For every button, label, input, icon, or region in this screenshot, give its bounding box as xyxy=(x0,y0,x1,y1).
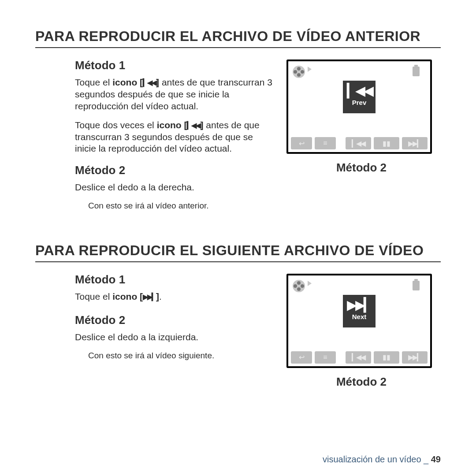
device-screenshot-next: ▶▶▎ Next ↩ ≡ ▎◀◀ ▮▮ ▶▶▎ xyxy=(286,274,432,368)
overlay-label: Prev xyxy=(343,99,376,106)
heading-prev-file: PARA REPRODUCIR EL ARCHIVO DE VÍDEO ANTE… xyxy=(35,28,441,48)
play-indicator-icon xyxy=(308,281,312,286)
overlay-label: Next xyxy=(343,313,376,320)
play-indicator-icon xyxy=(308,67,312,72)
menu-button[interactable]: ≡ xyxy=(315,351,336,364)
heading-next-file: PARA REPRODUCIR EL SIGUIENTE ARCHIVO DE … xyxy=(35,242,441,262)
text: ] xyxy=(156,77,159,87)
playback-toolbar: ↩ ≡ ▎◀◀ ▮▮ ▶▶▎ xyxy=(288,134,430,152)
film-reel-icon xyxy=(293,280,305,292)
skip-next-button[interactable]: ▶▶▎ xyxy=(402,137,428,149)
overlay-prev: ▎◀◀ Prev xyxy=(343,81,376,113)
text: . xyxy=(159,291,162,301)
subheading-method-2: Método 2 xyxy=(75,164,274,177)
page-number: 49 xyxy=(431,454,441,464)
pause-button[interactable]: ▮▮ xyxy=(374,137,399,149)
film-reel-icon xyxy=(293,66,305,78)
paragraph: Deslice el dedo a la izquierda. xyxy=(75,331,274,343)
skip-prev-button[interactable]: ▎◀◀ xyxy=(346,137,371,149)
text: ] xyxy=(156,291,159,301)
footer-text: visualización de un vídeo _ xyxy=(323,454,431,464)
subheading-method-1: Método 1 xyxy=(75,273,274,286)
skip-prev-icon: ▎◀◀ xyxy=(343,84,376,97)
paragraph: Toque dos veces el icono [▎◀◀] antes de … xyxy=(75,119,274,155)
skip-next-button[interactable]: ▶▶▎ xyxy=(402,351,428,364)
paragraph: Toque el icono [▎◀◀] antes de que transc… xyxy=(75,77,274,112)
skip-prev-icon: ▎◀◀ xyxy=(187,121,200,129)
skip-next-icon: ▶▶▎ xyxy=(343,298,376,312)
text: Toque el xyxy=(75,77,112,87)
subheading-method-1: Método 1 xyxy=(75,59,274,72)
back-button[interactable]: ↩ xyxy=(291,351,312,364)
skip-next-icon: ▶▶▎ xyxy=(143,293,156,301)
skip-prev-icon: ▎◀◀ xyxy=(143,78,156,86)
paragraph: Toque el icono [▶▶▎]. xyxy=(75,291,274,303)
pause-button[interactable]: ▮▮ xyxy=(374,351,399,364)
paragraph: Deslice el dedo a la derecha. xyxy=(75,182,274,193)
text: Toque dos veces el xyxy=(75,120,157,130)
battery-icon xyxy=(413,281,420,290)
skip-prev-button[interactable]: ▎◀◀ xyxy=(346,351,371,364)
device-screenshot-prev: ▎◀◀ Prev ↩ ≡ ▎◀◀ ▮▮ ▶▶▎ xyxy=(286,60,432,154)
paragraph-note: Con esto se irá al vídeo anterior. xyxy=(88,201,274,212)
subheading-method-2: Método 2 xyxy=(75,313,274,327)
text: icono [ xyxy=(112,291,143,301)
text: icono [ xyxy=(157,120,187,130)
overlay-next: ▶▶▎ Next xyxy=(343,295,376,327)
text: Toque el xyxy=(75,291,112,301)
text: icono [ xyxy=(112,77,143,87)
paragraph-note: Con esto se irá al vídeo siguiente. xyxy=(88,350,274,361)
menu-button[interactable]: ≡ xyxy=(315,137,336,149)
page-footer: visualización de un vídeo _ 49 xyxy=(0,454,441,465)
figure-caption: Método 2 xyxy=(282,161,441,175)
playback-toolbar: ↩ ≡ ▎◀◀ ▮▮ ▶▶▎ xyxy=(288,349,430,366)
battery-icon xyxy=(413,67,420,76)
figure-caption: Método 2 xyxy=(282,375,441,389)
back-button[interactable]: ↩ xyxy=(291,137,312,149)
